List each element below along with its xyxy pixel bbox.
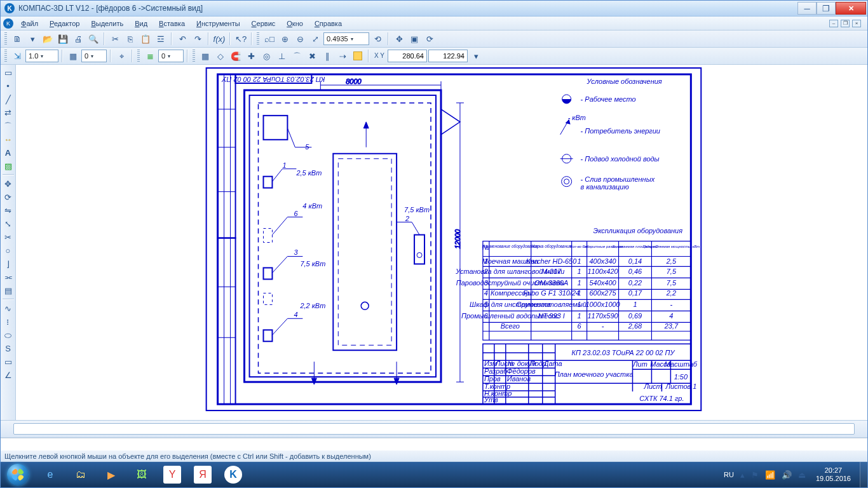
geometry-text-icon[interactable]: A	[2, 146, 15, 159]
mdi-close-button[interactable]: ×	[852, 20, 861, 27]
curve-angle-icon[interactable]: ∠	[2, 369, 15, 381]
geometry-hatch-icon[interactable]: ▨	[2, 159, 15, 172]
zoom-in-button[interactable]: ⊕	[278, 32, 292, 46]
sound-icon[interactable]: 🔊	[782, 471, 792, 479]
task-yandex2[interactable]: Я	[187, 462, 218, 487]
redraw-button[interactable]: ⟳	[423, 32, 437, 46]
menu-view[interactable]: Вид	[130, 18, 153, 29]
minimize-button[interactable]: ─	[797, 2, 817, 15]
curve-ellipse-icon[interactable]: ⬭	[2, 329, 15, 341]
snap-end-icon[interactable]: ◇	[214, 49, 227, 63]
zoom-dynamic-button[interactable]: ⤢	[308, 32, 322, 46]
coord-y-input[interactable]: 122.94	[428, 50, 468, 62]
mdi-minimize-button[interactable]: –	[829, 20, 838, 27]
menu-tools[interactable]: Инструменты	[191, 18, 245, 29]
task-explorer[interactable]: 🗂	[65, 462, 96, 487]
task-pictures[interactable]: 🖼	[126, 462, 157, 487]
menu-help[interactable]: Справка	[309, 18, 347, 29]
variable-button[interactable]: f(x)	[212, 32, 226, 46]
menu-window[interactable]: Окно	[281, 18, 308, 29]
menu-file[interactable]: Файл	[16, 18, 43, 29]
coord-dropdown[interactable]: ▾	[469, 49, 483, 63]
edit-trim-icon[interactable]: ✂	[2, 231, 15, 243]
line-weight-combo[interactable]: 1.0▾	[25, 50, 58, 62]
geometry-select-icon[interactable]: ▭	[2, 66, 15, 79]
task-yandex1[interactable]: Y	[157, 462, 187, 487]
lang-indicator[interactable]: RU	[724, 471, 734, 478]
undo-button[interactable]: ↶	[175, 32, 189, 46]
edit-move-icon[interactable]: ✥	[2, 177, 15, 190]
zoom-all-button[interactable]: ▣	[407, 32, 421, 46]
curve-poly-icon[interactable]: ⫶	[2, 315, 15, 328]
pan-button[interactable]: ✥	[392, 32, 406, 46]
geometry-point-icon[interactable]: •	[2, 79, 15, 92]
edit-scale-icon[interactable]: ⤡	[2, 217, 15, 230]
zoom-combo[interactable]: 0.4935▾	[323, 32, 369, 45]
edit-offset-icon[interactable]: ⫘	[2, 271, 15, 283]
coord-x-input[interactable]: 280.64	[388, 50, 427, 62]
new-menu-button[interactable]: ▾	[25, 32, 39, 46]
eject-icon[interactable]: ⏏	[798, 471, 806, 479]
new-doc-button[interactable]: 🗎	[10, 32, 24, 46]
geometry-hlink-icon[interactable]: ⇄	[2, 106, 15, 119]
snap-node-icon[interactable]	[351, 49, 365, 63]
snap-par-icon[interactable]: ∥	[320, 49, 334, 63]
preview-button[interactable]: 🔍	[86, 32, 100, 46]
curve-spline-icon[interactable]: ∿	[2, 302, 15, 315]
snap-cen-icon[interactable]: ◎	[259, 49, 273, 63]
snap-ext-icon[interactable]: ⇢	[336, 49, 349, 63]
menu-editor[interactable]: Редактор	[44, 18, 85, 29]
open-button[interactable]: 📂	[41, 32, 55, 46]
snap-near-icon[interactable]: ✖	[305, 49, 319, 63]
copy-button[interactable]: ⎘	[123, 32, 137, 46]
drawing-workspace[interactable]: КП 23.02.03 ТОиРА 22 00 02 ПУ	[16, 65, 867, 420]
geometry-dim-icon[interactable]: ↔	[2, 133, 15, 146]
snap-perp-icon[interactable]: ⊥	[275, 49, 288, 63]
geometry-arc-icon[interactable]: ⌒	[2, 119, 15, 132]
curve-rect-icon[interactable]: ▭	[2, 355, 15, 368]
snap-tan-icon[interactable]: ⌒	[290, 49, 304, 63]
task-kompas[interactable]: K	[218, 462, 248, 487]
cut-button[interactable]: ✂	[108, 32, 122, 46]
zoom-out-button[interactable]: ⊖	[293, 32, 307, 46]
grid-button[interactable]: ▦	[198, 49, 212, 63]
help-cursor-button[interactable]: ↖?	[234, 32, 248, 46]
start-button[interactable]	[1, 462, 35, 487]
geometry-line-icon[interactable]: ╱	[2, 93, 15, 105]
edit-mirror-icon[interactable]: ⇋	[2, 204, 15, 217]
close-button[interactable]: ✕	[836, 2, 866, 15]
linetype-button[interactable]: ≣	[143, 49, 157, 63]
zoom-prev-button[interactable]: ⟲	[370, 32, 384, 46]
print-button[interactable]: 🖨	[71, 32, 85, 46]
properties-button[interactable]: ☲	[154, 32, 168, 46]
int2-combo[interactable]: 0▾	[158, 50, 184, 62]
command-prompt-input[interactable]	[13, 423, 855, 435]
save-button[interactable]: 💾	[56, 32, 70, 46]
task-media[interactable]: ▶	[96, 462, 126, 487]
tray-up-icon[interactable]: ▴	[740, 471, 745, 479]
edit-rotate-icon[interactable]: ⟳	[2, 191, 15, 203]
menu-service[interactable]: Сервис	[247, 18, 281, 29]
mdi-app-icon[interactable]: K	[3, 18, 13, 29]
show-desktop-button[interactable]	[860, 462, 867, 487]
ortho-button[interactable]: ⇲	[10, 49, 24, 63]
curve-bezier-icon[interactable]: S	[2, 342, 15, 355]
network-icon[interactable]: 📶	[765, 471, 775, 479]
edit-array-icon[interactable]: ▤	[2, 284, 15, 297]
paste-button[interactable]: 📋	[139, 32, 153, 46]
edit-fillet-icon[interactable]: ⌋	[2, 257, 15, 270]
zoom-frame-button[interactable]: ⌕□	[262, 32, 276, 46]
maximize-button[interactable]: ❐	[817, 2, 836, 15]
taskbar-clock[interactable]: 20:27 19.05.2016	[812, 466, 855, 482]
redo-button[interactable]: ↷	[191, 32, 205, 46]
layer-button[interactable]: ▦	[66, 49, 80, 63]
menu-select[interactable]: Выделить	[86, 18, 128, 29]
edit-circle-icon[interactable]: ○	[2, 244, 15, 257]
snap-mid-icon[interactable]: 🧲	[229, 49, 243, 63]
flag-icon[interactable]: ⚑	[751, 471, 759, 479]
task-ie[interactable]: e	[35, 462, 65, 487]
mdi-restore-button[interactable]: ❐	[841, 20, 850, 27]
snap-int-icon[interactable]: ✚	[244, 49, 258, 63]
int1-combo[interactable]: 0▾	[81, 50, 107, 62]
menu-insert[interactable]: Вставка	[154, 18, 190, 29]
